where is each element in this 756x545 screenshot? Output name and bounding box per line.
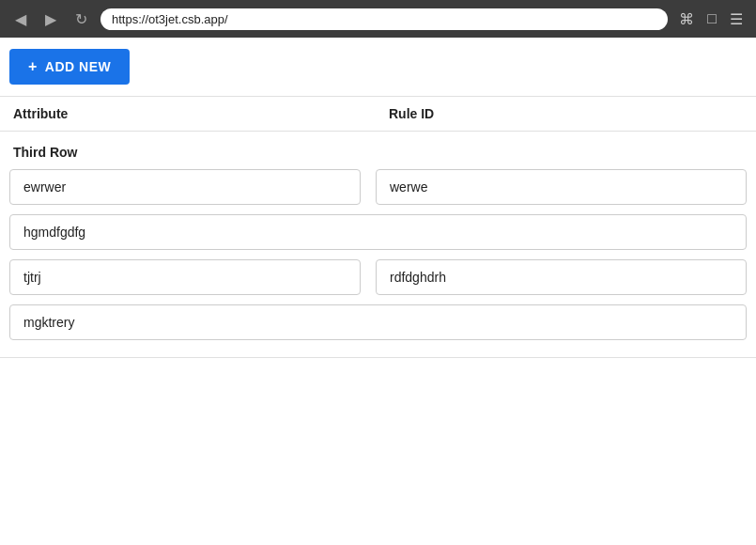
attribute-input-1[interactable] (9, 169, 361, 205)
row-fields-4 (9, 304, 747, 340)
plus-icon: + (28, 58, 38, 75)
address-bar[interactable] (100, 8, 668, 30)
row-section-label: Third Row (9, 139, 747, 169)
attribute-input-4[interactable] (9, 304, 747, 340)
ruleid-input-3[interactable] (376, 259, 747, 295)
ruleid-input-1[interactable] (376, 169, 747, 205)
page-content: + ADD NEW Attribute Rule ID Third Row (0, 38, 756, 358)
data-row-section: Third Row (0, 132, 756, 358)
row-fields-3 (9, 259, 747, 295)
forward-button[interactable]: ▶ (39, 7, 62, 32)
table-header: Attribute Rule ID (0, 97, 756, 132)
add-new-button[interactable]: + ADD NEW (9, 49, 130, 85)
attribute-input-2[interactable] (9, 214, 747, 250)
row-fields-2 (9, 214, 747, 250)
refresh-button[interactable]: ↻ (69, 7, 93, 32)
extension-icon-2[interactable]: □ (703, 7, 720, 32)
extension-icon-1[interactable]: ⌘ (675, 7, 698, 32)
attribute-input-3[interactable] (9, 259, 361, 295)
browser-actions: ⌘ □ ☰ (675, 7, 747, 32)
toolbar: + ADD NEW (0, 38, 756, 97)
col-ruleid-header: Rule ID (389, 106, 747, 121)
browser-chrome: ◀ ▶ ↻ ⌘ □ ☰ (0, 0, 756, 38)
add-new-label: ADD NEW (45, 59, 111, 74)
back-button[interactable]: ◀ (9, 7, 32, 32)
col-attribute-header: Attribute (13, 106, 389, 121)
row-fields-1 (9, 169, 747, 205)
extension-icon-3[interactable]: ☰ (726, 7, 747, 32)
